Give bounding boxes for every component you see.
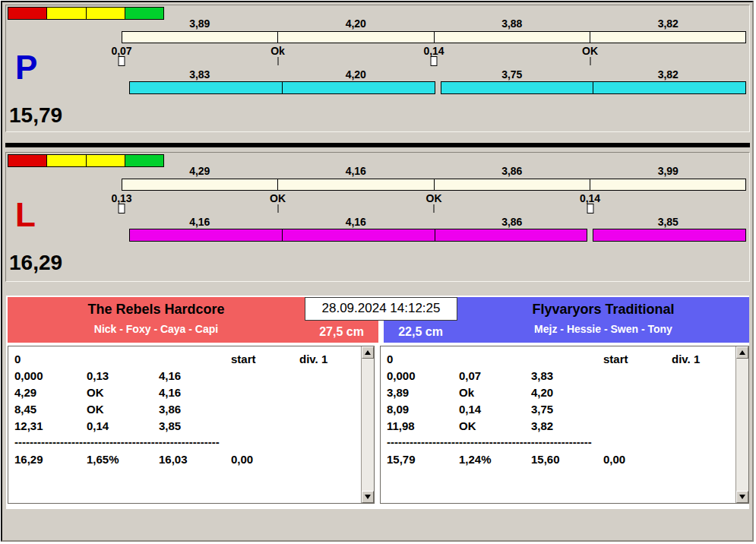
- result-row: 4,29 OK 4,16: [14, 384, 361, 401]
- lane-panel-l: L 4,29 4,16 3,86 3,99 0,13 OK OK 0,14 4,…: [5, 152, 750, 282]
- result-cell: 8,09: [387, 401, 459, 418]
- result-row: 0,000 0,13 4,16: [14, 368, 361, 384]
- checkpoint-label: OK: [426, 192, 442, 204]
- results-board: The Rebels Hardcore Nick - Foxy - Caya -…: [6, 296, 749, 509]
- result-cell: 8,45: [14, 401, 87, 418]
- result-cell: 4,20: [531, 384, 603, 401]
- split-value: 3,89: [122, 17, 278, 30]
- checkpoint-marker-box: [587, 204, 593, 213]
- result-cell: OK: [87, 384, 159, 401]
- result-cell: 0,14: [87, 418, 159, 435]
- result-cell: 3,82: [531, 418, 603, 435]
- spacer: [159, 351, 231, 368]
- team-name-right: Flyvaryors Traditional: [457, 297, 749, 318]
- scroll-up-button[interactable]: [362, 346, 374, 359]
- result-cell: 4,16: [159, 384, 231, 401]
- checkpoint-label: OK: [582, 45, 598, 57]
- result-row: 12,31 0,14 3,85: [14, 418, 361, 435]
- bar-segment: [122, 179, 278, 190]
- checkpoint-label: Ok: [270, 45, 285, 57]
- bar-segment: [282, 81, 435, 94]
- result-cell: 12,31: [14, 418, 87, 435]
- result-header-row: 0 start div. 1: [14, 351, 361, 368]
- result-cell: 1,24%: [459, 451, 531, 468]
- result-cell: 0: [14, 351, 87, 368]
- checkpoint-marker-box: [431, 56, 438, 66]
- result-cell: 0,07: [459, 368, 531, 384]
- scroll-up-button[interactable]: [736, 346, 748, 359]
- result-cell: 11,98: [387, 418, 459, 435]
- bar-segment: [122, 32, 278, 43]
- scroll-down-icon: [365, 495, 371, 499]
- team-members-left: Nick - Foxy - Caya - Capi: [8, 318, 305, 335]
- indicator-segment: [8, 8, 47, 19]
- scrollbar-right[interactable]: [735, 346, 748, 503]
- scrollbar-left[interactable]: [361, 346, 374, 503]
- result-cell: 15,79: [387, 451, 459, 468]
- split-value: 3,82: [590, 17, 747, 30]
- scroll-up-icon: [365, 350, 371, 355]
- split-value: 4,16: [278, 216, 435, 228]
- team-header-left: The Rebels Hardcore Nick - Foxy - Caya -…: [8, 297, 305, 343]
- result-cell: 3,86: [159, 401, 231, 418]
- result-cell: 3,83: [531, 368, 603, 384]
- scroll-down-icon: [739, 495, 745, 499]
- result-cell: 3,85: [159, 418, 231, 435]
- result-cell: 0: [387, 351, 459, 368]
- result-divider: ----------------------------------------…: [387, 435, 735, 450]
- bar-segment: [129, 229, 283, 242]
- team-name-left: The Rebels Hardcore: [8, 297, 305, 318]
- result-row: 3,89 Ok 4,20: [387, 384, 735, 401]
- bar-segment: [278, 179, 434, 190]
- divider-dashes: ----------------------------------------…: [387, 435, 592, 450]
- indicator-segment: [8, 155, 47, 166]
- split-value: 3,88: [434, 17, 590, 30]
- bar-segment: [278, 32, 434, 43]
- results-list-left[interactable]: 0 start div. 1 0,000 0,13 4,16 4,29 OK 4…: [8, 346, 375, 504]
- scroll-down-button[interactable]: [362, 491, 374, 503]
- result-cell: Ok: [459, 384, 531, 401]
- checkpoint-labels-l: 0,13 OK OK 0,14: [122, 192, 746, 204]
- result-cell: 0,00: [231, 451, 299, 468]
- scroll-up-icon: [739, 350, 745, 355]
- checkpoint-labels-p: 0,07 Ok 0,14 OK: [122, 45, 746, 56]
- indicator-segment: [47, 155, 86, 166]
- split-value: 3,86: [434, 216, 590, 228]
- result-cell: 4,29: [14, 384, 87, 401]
- checkpoint-markers-p: [122, 56, 746, 67]
- split-value: 3,75: [434, 68, 590, 81]
- bar-segment: [593, 81, 746, 94]
- cumulative-split-values-p: 3,89 4,20 3,88 3,82: [122, 17, 746, 30]
- checkpoint-label: 0,13: [111, 192, 131, 204]
- result-cell: div. 1: [299, 351, 361, 368]
- result-cell: div. 1: [672, 351, 735, 368]
- split-value: 3,82: [590, 68, 747, 81]
- cumulative-split-values-l: 4,29 4,16 3,86 3,99: [122, 165, 746, 177]
- checkpoint-markers-l: [122, 204, 746, 214]
- lap-split-values-l: 4,16 4,16 3,86 3,85: [122, 216, 746, 228]
- results-list-right[interactable]: 0 start div. 1 0,000 0,07 3,83 3,89 Ok 4…: [380, 346, 749, 504]
- split-value: 3,85: [590, 216, 747, 228]
- result-cell: 16,03: [159, 451, 231, 468]
- checkpoint-marker-box: [119, 56, 125, 66]
- split-value: 4,29: [122, 165, 278, 177]
- result-row: 11,98 OK 3,82: [387, 418, 735, 435]
- bar-segment: [441, 81, 594, 94]
- indicator-segment: [47, 8, 86, 19]
- checkpoint-marker-tick: [277, 204, 278, 213]
- split-time-bar-l: [129, 229, 746, 242]
- result-cell: 4,16: [159, 368, 231, 384]
- bar-segment: [282, 229, 435, 242]
- result-cell: 16,29: [14, 451, 87, 468]
- lane-letter-p: P: [15, 51, 37, 84]
- result-cell: 1,65%: [87, 451, 159, 468]
- result-cell: 0,13: [87, 368, 159, 384]
- split-value: 4,20: [278, 17, 435, 30]
- panel-separator: [5, 143, 750, 147]
- results-text-left: 0 start div. 1 0,000 0,13 4,16 4,29 OK 4…: [8, 346, 361, 503]
- scroll-down-button[interactable]: [736, 491, 748, 503]
- checkpoint-marker-tick: [277, 57, 278, 65]
- bar-segment: [435, 32, 590, 43]
- measure-left: 27,5 cm: [305, 321, 378, 343]
- indicator-segment: [87, 155, 125, 166]
